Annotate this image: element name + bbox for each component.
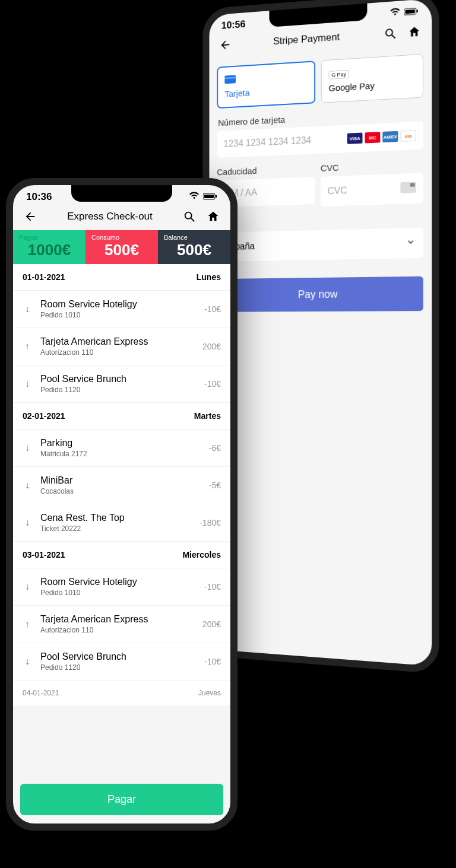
transaction-amount: -180€ bbox=[200, 518, 221, 527]
brand-elo: elo bbox=[400, 130, 416, 142]
transaction-body: Room Service HoteligyPedido 1010 bbox=[40, 577, 196, 597]
summary-balance: Balance 500€ bbox=[158, 230, 230, 264]
pay-now-button[interactable]: Pay now bbox=[217, 276, 423, 312]
search-icon[interactable] bbox=[183, 210, 196, 223]
day-date: 02-01-2021 bbox=[23, 411, 65, 421]
transaction-body: ParkingMatricula 2172 bbox=[40, 438, 201, 458]
transaction-sub: Pedido 1010 bbox=[40, 311, 196, 319]
transaction-row[interactable]: ↑Tarjeta American ExpressAutorizacion 11… bbox=[13, 328, 230, 365]
transaction-amount: -5€ bbox=[209, 481, 221, 490]
payment-method-card[interactable]: Tarjeta bbox=[217, 61, 315, 109]
transaction-title: Tarjeta American Express bbox=[40, 614, 194, 625]
transaction-body: Tarjeta American ExpressAutorizacion 110 bbox=[40, 336, 194, 357]
payment-method-gpay[interactable]: G Pay Google Pay bbox=[321, 54, 423, 103]
summary-balance-label: Balance bbox=[164, 234, 224, 241]
transaction-body: Cena Rest. The TopTicket 20222 bbox=[40, 513, 191, 533]
transaction-sub: Pedido 1120 bbox=[40, 663, 196, 672]
transaction-sub: Pedido 1010 bbox=[40, 589, 196, 597]
battery-icon bbox=[203, 191, 217, 203]
transaction-sub: Ticket 20222 bbox=[40, 524, 191, 533]
chevron-down-icon bbox=[407, 237, 415, 249]
arrow-down-icon: ↓ bbox=[23, 443, 32, 453]
day-name: Martes bbox=[194, 411, 221, 421]
transaction-body: Pool Service BrunchPedido 1120 bbox=[40, 651, 196, 672]
wifi-icon bbox=[390, 7, 400, 20]
brand-amex: AMEX bbox=[382, 131, 398, 142]
card-icon bbox=[224, 71, 307, 85]
notch bbox=[71, 185, 172, 202]
arrow-down-icon: ↓ bbox=[23, 379, 32, 389]
transaction-row[interactable]: ↑Tarjeta American ExpressAutorizacion 11… bbox=[13, 606, 230, 643]
country-select[interactable]: España bbox=[217, 228, 423, 262]
day-header-partial: 04-01-2021 Jueves bbox=[13, 681, 230, 705]
summary-consumo-value: 500€ bbox=[91, 241, 152, 259]
back-icon[interactable] bbox=[219, 38, 231, 52]
arrow-down-icon: ↓ bbox=[23, 480, 32, 491]
transaction-body: MiniBarCocacolas bbox=[40, 475, 201, 495]
search-icon[interactable] bbox=[384, 27, 397, 41]
svg-rect-2 bbox=[417, 10, 418, 12]
transaction-amount: -10€ bbox=[204, 379, 221, 389]
arrow-up-icon: ↑ bbox=[23, 619, 32, 629]
transaction-row[interactable]: ↓Pool Service BrunchPedido 1120-10€ bbox=[13, 365, 230, 403]
transaction-row[interactable]: ↓Room Service HoteligyPedido 1010-10€ bbox=[13, 291, 230, 328]
brand-visa: VISA bbox=[347, 133, 363, 144]
back-icon[interactable] bbox=[24, 210, 37, 223]
transaction-amount: -6€ bbox=[209, 443, 221, 453]
transaction-amount: -10€ bbox=[204, 657, 221, 666]
day-date: 03-01-2021 bbox=[23, 550, 65, 559]
transaction-amount: 200€ bbox=[202, 619, 221, 629]
transaction-body: Tarjeta American ExpressAutorizacion 110 bbox=[40, 614, 194, 634]
pm-card-label: Tarjeta bbox=[224, 88, 249, 99]
arrow-down-icon: ↓ bbox=[23, 517, 32, 528]
pm-gpay-label: Google Pay bbox=[328, 80, 374, 93]
day-header: 01-01-2021Lunes bbox=[13, 264, 230, 291]
home-icon[interactable] bbox=[408, 25, 421, 39]
home-icon[interactable] bbox=[207, 210, 220, 223]
transaction-sub: Matricula 2172 bbox=[40, 450, 201, 458]
transaction-title: MiniBar bbox=[40, 475, 201, 486]
transaction-row[interactable]: ↓MiniBarCocacolas-5€ bbox=[13, 467, 230, 504]
day-date: 01-01-2021 bbox=[23, 272, 65, 282]
transaction-row[interactable]: ↓Pool Service BrunchPedido 1120-10€ bbox=[13, 643, 230, 681]
transaction-row[interactable]: ↓Cena Rest. The TopTicket 20222-180€ bbox=[13, 504, 230, 542]
transaction-sub: Pedido 1120 bbox=[40, 386, 196, 394]
gpay-icon: G Pay bbox=[328, 70, 349, 80]
summary-consumo: Consumo 500€ bbox=[86, 230, 158, 264]
page-title: Stripe Payment bbox=[273, 31, 340, 47]
summary-balance-value: 500€ bbox=[164, 241, 224, 259]
summary-pagos: Pagos 1000€ bbox=[13, 230, 86, 264]
pay-button[interactable]: Pagar bbox=[20, 784, 223, 815]
transaction-sub: Cocacolas bbox=[40, 487, 201, 495]
battery-icon bbox=[404, 5, 419, 18]
transaction-amount: -10€ bbox=[204, 304, 221, 314]
card-number-placeholder: 1234 1234 1234 1234 bbox=[224, 135, 312, 150]
app-bar: Express Check-out bbox=[13, 205, 230, 230]
transaction-row[interactable]: ↓ParkingMatricula 2172-6€ bbox=[13, 430, 230, 467]
transaction-title: Room Service Hoteligy bbox=[40, 577, 196, 587]
cvc-input[interactable]: CVC bbox=[321, 173, 423, 206]
phone-checkout: 10:36 Express Check-out Pagos 1000€ bbox=[6, 178, 238, 831]
svg-rect-8 bbox=[410, 183, 415, 186]
transaction-title: Room Service Hoteligy bbox=[40, 299, 196, 310]
arrow-down-icon: ↓ bbox=[23, 581, 32, 592]
expiry-label: Caducidad bbox=[217, 162, 315, 178]
status-time: 10:56 bbox=[221, 18, 246, 32]
day-header: 02-01-2021Martes bbox=[13, 403, 230, 430]
arrow-down-icon: ↓ bbox=[23, 656, 32, 667]
pay-now-label: Pay now bbox=[298, 288, 338, 301]
card-brands: VISA MC AMEX elo bbox=[347, 130, 416, 144]
status-time: 10:36 bbox=[26, 191, 52, 203]
transaction-amount: 200€ bbox=[202, 342, 221, 351]
status-icons bbox=[189, 191, 217, 203]
cvc-label: CVC bbox=[321, 158, 423, 174]
cvc-card-icon bbox=[400, 182, 416, 195]
svg-point-12 bbox=[185, 212, 192, 219]
day-name: Lunes bbox=[197, 272, 221, 282]
svg-rect-5 bbox=[224, 75, 236, 84]
transactions-list[interactable]: 01-01-2021Lunes↓Room Service HoteligyPed… bbox=[13, 264, 230, 681]
summary-consumo-label: Consumo bbox=[91, 234, 152, 241]
transaction-sub: Autorizacion 110 bbox=[40, 626, 194, 634]
svg-point-3 bbox=[386, 29, 392, 36]
transaction-row[interactable]: ↓Room Service HoteligyPedido 1010-10€ bbox=[13, 568, 230, 606]
